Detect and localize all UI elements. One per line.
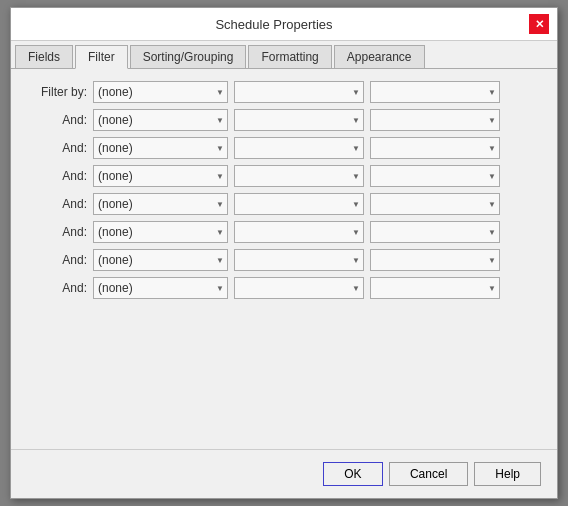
and-row-4: And: (none): [27, 193, 541, 215]
tab-bar: Fields Filter Sorting/Grouping Formattin…: [11, 41, 557, 69]
and3-col2-select[interactable]: [234, 165, 364, 187]
and-label-5: And:: [27, 225, 87, 239]
and-row-1: And: (none): [27, 109, 541, 131]
tab-appearance[interactable]: Appearance: [334, 45, 425, 68]
tab-filter[interactable]: Filter: [75, 45, 128, 69]
and5-col3-wrap: [370, 221, 500, 243]
dialog-title: Schedule Properties: [19, 17, 529, 32]
and6-col3-wrap: [370, 249, 500, 271]
and4-col3-wrap: [370, 193, 500, 215]
and7-col1-wrap: (none): [93, 277, 228, 299]
and3-col2-wrap: [234, 165, 364, 187]
and1-col2-select[interactable]: [234, 109, 364, 131]
filter-by-col3-wrap: [370, 81, 500, 103]
and2-col3-select[interactable]: [370, 137, 500, 159]
and4-col1-wrap: (none): [93, 193, 228, 215]
close-button[interactable]: ✕: [529, 14, 549, 34]
filter-by-col2-wrap: [234, 81, 364, 103]
and-label-6: And:: [27, 253, 87, 267]
and7-col2-wrap: [234, 277, 364, 299]
and4-col3-select[interactable]: [370, 193, 500, 215]
button-row: OK Cancel Help: [11, 449, 557, 498]
ok-button[interactable]: OK: [323, 462, 383, 486]
and-row-5: And: (none): [27, 221, 541, 243]
and4-col2-select[interactable]: [234, 193, 364, 215]
and6-col1-wrap: (none): [93, 249, 228, 271]
and-label-1: And:: [27, 113, 87, 127]
and2-col1-select[interactable]: (none): [93, 137, 228, 159]
and7-col3-select[interactable]: [370, 277, 500, 299]
title-bar: Schedule Properties ✕: [11, 8, 557, 41]
and2-col2-select[interactable]: [234, 137, 364, 159]
tab-sorting-grouping[interactable]: Sorting/Grouping: [130, 45, 247, 68]
schedule-properties-dialog: Schedule Properties ✕ Fields Filter Sort…: [10, 7, 558, 499]
and3-col1-wrap: (none): [93, 165, 228, 187]
and6-col2-select[interactable]: [234, 249, 364, 271]
and7-col1-select[interactable]: (none): [93, 277, 228, 299]
and1-col1-wrap: (none): [93, 109, 228, 131]
and5-col1-wrap: (none): [93, 221, 228, 243]
and4-col2-wrap: [234, 193, 364, 215]
tab-fields[interactable]: Fields: [15, 45, 73, 68]
and1-col1-select[interactable]: (none): [93, 109, 228, 131]
and2-col2-wrap: [234, 137, 364, 159]
filter-by-label: Filter by:: [27, 85, 87, 99]
and-label-2: And:: [27, 141, 87, 155]
and5-col2-select[interactable]: [234, 221, 364, 243]
filter-by-col1-select[interactable]: (none): [93, 81, 228, 103]
filter-by-col3-select[interactable]: [370, 81, 500, 103]
and-label-7: And:: [27, 281, 87, 295]
filter-by-row: Filter by: (none): [27, 81, 541, 103]
and4-col1-select[interactable]: (none): [93, 193, 228, 215]
and5-col1-select[interactable]: (none): [93, 221, 228, 243]
and1-col3-wrap: [370, 109, 500, 131]
and3-col3-select[interactable]: [370, 165, 500, 187]
and6-col2-wrap: [234, 249, 364, 271]
and1-col2-wrap: [234, 109, 364, 131]
cancel-button[interactable]: Cancel: [389, 462, 468, 486]
filter-by-col2-select[interactable]: [234, 81, 364, 103]
and7-col3-wrap: [370, 277, 500, 299]
and2-col3-wrap: [370, 137, 500, 159]
and3-col1-select[interactable]: (none): [93, 165, 228, 187]
and5-col3-select[interactable]: [370, 221, 500, 243]
and5-col2-wrap: [234, 221, 364, 243]
help-button[interactable]: Help: [474, 462, 541, 486]
and2-col1-wrap: (none): [93, 137, 228, 159]
and-row-7: And: (none): [27, 277, 541, 299]
and-label-3: And:: [27, 169, 87, 183]
tab-formatting[interactable]: Formatting: [248, 45, 331, 68]
filter-by-col1-wrap: (none): [93, 81, 228, 103]
filter-content: Filter by: (none) And: (: [11, 69, 557, 449]
and6-col3-select[interactable]: [370, 249, 500, 271]
and7-col2-select[interactable]: [234, 277, 364, 299]
and6-col1-select[interactable]: (none): [93, 249, 228, 271]
and-row-2: And: (none): [27, 137, 541, 159]
and3-col3-wrap: [370, 165, 500, 187]
and-label-4: And:: [27, 197, 87, 211]
and-row-6: And: (none): [27, 249, 541, 271]
and-row-3: And: (none): [27, 165, 541, 187]
and1-col3-select[interactable]: [370, 109, 500, 131]
